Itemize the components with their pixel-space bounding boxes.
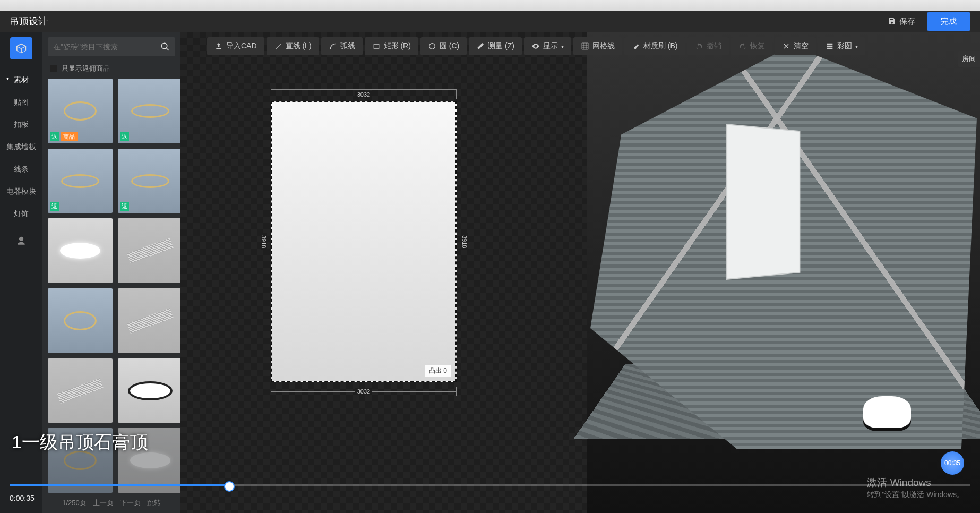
time-badge: 00:35 [941, 451, 964, 475]
save-label: 保存 [899, 16, 915, 27]
filter-label: 只显示返佣商品 [62, 64, 110, 73]
tool-undo[interactable]: 撤销 [687, 37, 729, 55]
tool-line[interactable]: 直线 (L) [267, 37, 319, 55]
tool-rect[interactable]: 矩形 (R) [365, 37, 418, 55]
save-icon [888, 17, 896, 25]
asset-item[interactable] [118, 218, 180, 283]
tool-redo[interactable]: 恢复 [731, 37, 772, 55]
asset-item[interactable]: 返 [118, 79, 180, 143]
tool-import-cad[interactable]: 导入CAD [207, 37, 264, 55]
nav-item-wallboard[interactable]: 集成墙板 [6, 136, 36, 158]
brush-icon [632, 42, 640, 50]
badge-return: 返 [50, 202, 59, 211]
asset-item[interactable] [118, 288, 180, 353]
finish-button[interactable]: 完成 [927, 12, 970, 31]
dimension-bottom: 3032 [271, 387, 457, 396]
search-input[interactable] [53, 42, 160, 51]
asset-item[interactable] [118, 358, 180, 423]
app-title: 吊顶设计 [10, 15, 48, 28]
app-header: 吊顶设计 保存 完成 [0, 11, 980, 32]
circle-icon [428, 42, 436, 50]
cube-icon [15, 42, 27, 54]
nav-item-panel[interactable]: 扣板 [14, 114, 29, 136]
palette-icon [826, 42, 834, 50]
line-icon [274, 42, 282, 50]
redo-icon [738, 42, 747, 50]
tool-measure[interactable]: 测量 (Z) [469, 37, 522, 55]
upload-icon [214, 42, 223, 50]
search-icon[interactable] [160, 42, 170, 52]
asset-item[interactable]: 返 [118, 149, 180, 213]
filter-checkbox[interactable] [50, 65, 57, 72]
tool-color[interactable]: 彩图 ▾ [818, 37, 865, 55]
tool-display[interactable]: 显示 ▾ [524, 37, 571, 55]
tool-clear[interactable]: 清空 [775, 37, 816, 55]
finish-label: 完成 [941, 16, 957, 25]
room-tag[interactable]: 房间 [958, 51, 980, 67]
pager: 1/250页 上一页 下一页 跳转 [42, 493, 180, 513]
chevron-down-icon: ▾ [855, 44, 858, 49]
arc-icon [329, 42, 337, 50]
tool-arc[interactable]: 弧线 [321, 37, 363, 55]
ruler-icon [476, 42, 485, 50]
user-icon[interactable] [16, 236, 27, 249]
canvas-2d[interactable]: 3032 3918 凸出 0 3918 3032 [180, 32, 587, 513]
asset-item[interactable] [48, 358, 113, 423]
nav-item-molding[interactable]: 线条 [14, 158, 29, 181]
asset-item[interactable]: 返 商品 [48, 79, 113, 143]
protrusion-label: 凸出 0 [425, 365, 451, 377]
windows-watermark: 激活 Windows 转到"设置"以激活 Windows。 [867, 476, 964, 500]
preview-3d[interactable]: 房间 00:35 [587, 32, 980, 513]
dimension-top: 3032 [271, 89, 457, 99]
room-door [726, 124, 800, 280]
badge-return: 返 [120, 132, 129, 141]
video-progress-fill [10, 484, 230, 486]
dimension-left: 3918 [259, 101, 269, 382]
filter-checkbox-row[interactable]: 只显示返佣商品 [42, 62, 180, 79]
pager-info: 1/250页 [62, 498, 87, 508]
watermark-sub: 转到"设置"以激活 Windows。 [867, 490, 964, 500]
badge-return: 返 [50, 132, 59, 141]
browser-chrome [0, 0, 980, 11]
grid-icon [581, 42, 589, 50]
home-cube-button[interactable] [10, 37, 32, 59]
video-subtitle: 1一级吊顶石膏顶 [12, 430, 148, 455]
pager-jump[interactable]: 跳转 [147, 498, 161, 508]
chevron-down-icon: ▾ [561, 44, 564, 49]
eye-icon [531, 42, 540, 50]
tool-material[interactable]: 材质刷 (B) [624, 37, 685, 55]
pager-prev[interactable]: 上一页 [93, 498, 114, 508]
svg-point-0 [429, 44, 435, 49]
asset-item[interactable] [48, 288, 113, 353]
video-controls: 0:00:35 [10, 494, 35, 502]
nav-item-texture[interactable]: 贴图 [14, 91, 29, 114]
room-toilet [863, 396, 911, 428]
pager-next[interactable]: 下一页 [120, 498, 141, 508]
clear-icon [782, 42, 790, 50]
tool-circle[interactable]: 圆 (C) [420, 37, 467, 55]
save-button[interactable]: 保存 [882, 13, 921, 30]
toolbar: 导入CAD 直线 (L) 弧线 矩形 (R) 圆 (C) 测量 (Z) 显示 ▾… [207, 37, 865, 55]
asset-item[interactable] [48, 218, 113, 283]
video-progress[interactable] [10, 484, 970, 486]
watermark-title: 激活 Windows [867, 476, 964, 490]
tool-grid[interactable]: 网格线 [573, 37, 622, 55]
undo-icon [695, 42, 703, 50]
search-box[interactable] [48, 37, 175, 56]
floor-rectangle[interactable]: 凸出 0 [271, 101, 457, 382]
nav-item-lighting[interactable]: 灯饰 [14, 203, 29, 225]
video-time: 0:00:35 [10, 494, 35, 502]
nav-item-appliance[interactable]: 电器模块 [6, 181, 36, 203]
asset-item[interactable]: 返 [48, 149, 113, 213]
badge-return: 返 [120, 202, 129, 211]
dimension-right: 3918 [460, 101, 469, 382]
rect-icon [372, 42, 381, 50]
badge-product: 商品 [61, 132, 78, 141]
nav-item-material[interactable]: 素材 [14, 69, 29, 91]
